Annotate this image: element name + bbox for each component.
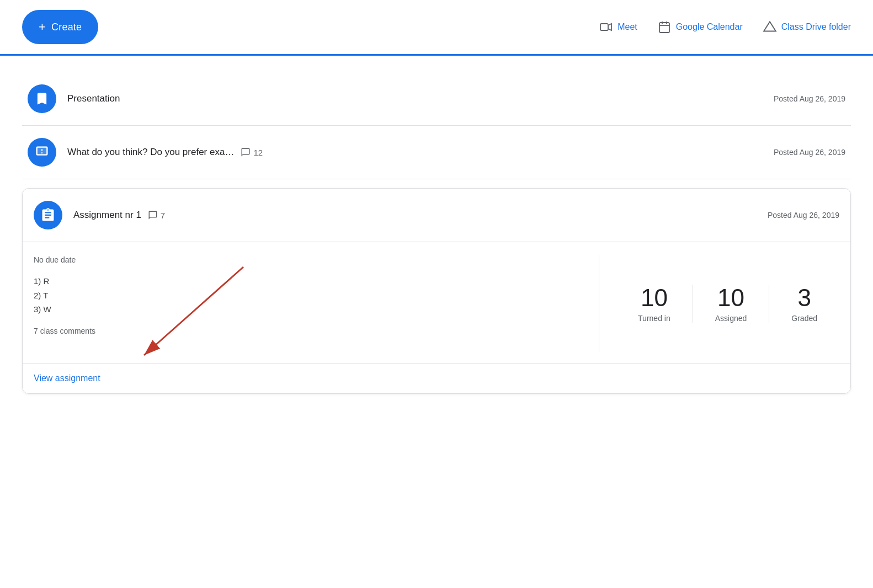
meet-label: Meet (618, 22, 637, 32)
assignment-title-group: Assignment nr 1 7 (73, 210, 768, 221)
assignment-icon-circle (34, 201, 62, 229)
view-assignment-label: View assignment (34, 373, 100, 383)
assignment-comment-icon (148, 210, 158, 220)
assigned-number: 10 (717, 285, 744, 311)
stat-graded: 3 Graded (769, 285, 839, 322)
content-line-2: 2) T (34, 288, 577, 303)
svg-rect-0 (600, 24, 608, 30)
stat-turned-in: 10 Turned in (616, 285, 693, 322)
assignment-stats: 10 Turned in 10 Assigned 3 Graded (599, 255, 839, 352)
presentation-icon-circle (28, 84, 56, 113)
create-label: Create (51, 22, 82, 33)
drive-icon (763, 20, 777, 34)
create-button[interactable]: + Create (22, 10, 98, 44)
view-assignment-link[interactable]: View assignment (34, 373, 100, 383)
class-drive-folder-action[interactable]: Class Drive folder (763, 20, 851, 34)
graded-label: Graded (791, 314, 817, 323)
question-title: What do you think? Do you prefer exa… 12 (67, 147, 774, 158)
class-drive-folder-label: Class Drive folder (781, 22, 851, 32)
assignment-comment-badge: 7 (148, 210, 165, 220)
assignment-card-footer: View assignment (23, 364, 850, 393)
top-actions: Meet Google Calendar Class Drive fold (599, 20, 851, 34)
presentation-date: Posted Aug 26, 2019 (774, 94, 845, 103)
video-camera-icon (599, 20, 613, 34)
question-icon (34, 145, 50, 160)
assignment-card-body: No due date 1) R 2) T 3) W 7 class comme… (23, 242, 850, 364)
assigned-label: Assigned (715, 314, 747, 323)
class-comments: 7 class comments (34, 327, 577, 335)
assignment-title: Assignment nr 1 (73, 210, 141, 221)
svg-rect-5 (36, 147, 48, 156)
list-item-question[interactable]: What do you think? Do you prefer exa… 12… (22, 126, 851, 179)
bookmark-icon (34, 91, 50, 106)
content-line-3: 3) W (34, 302, 577, 317)
top-bar: + Create Meet Google (0, 0, 873, 56)
question-comment-badge: 12 (241, 147, 263, 157)
turned-in-number: 10 (641, 285, 668, 311)
content-line-1: 1) R (34, 274, 577, 288)
assignment-content: 1) R 2) T 3) W (34, 274, 577, 317)
assignment-card-header[interactable]: Assignment nr 1 7 Posted Aug 26, 2019 (23, 189, 850, 242)
google-calendar-label: Google Calendar (676, 22, 743, 32)
no-due-date: No due date (34, 255, 577, 264)
meet-action[interactable]: Meet (599, 20, 637, 34)
list-item-presentation[interactable]: Presentation Posted Aug 26, 2019 (22, 72, 851, 126)
question-date: Posted Aug 26, 2019 (774, 148, 845, 157)
plus-icon: + (39, 20, 46, 34)
clipboard-icon (40, 207, 56, 223)
graded-number: 3 (797, 285, 811, 311)
question-icon-circle (28, 138, 56, 167)
google-calendar-action[interactable]: Google Calendar (657, 20, 743, 34)
stat-assigned: 10 Assigned (693, 285, 770, 322)
svg-rect-1 (659, 23, 669, 33)
presentation-title: Presentation (67, 93, 774, 104)
calendar-icon (657, 20, 672, 34)
turned-in-label: Turned in (638, 314, 670, 323)
assignment-body-left: No due date 1) R 2) T 3) W 7 class comme… (34, 255, 599, 352)
assignment-card: Assignment nr 1 7 Posted Aug 26, 2019 No… (22, 188, 851, 394)
comment-icon (241, 147, 251, 157)
assignment-date: Posted Aug 26, 2019 (768, 211, 839, 220)
content-area: Presentation Posted Aug 26, 2019 What do… (0, 56, 873, 410)
